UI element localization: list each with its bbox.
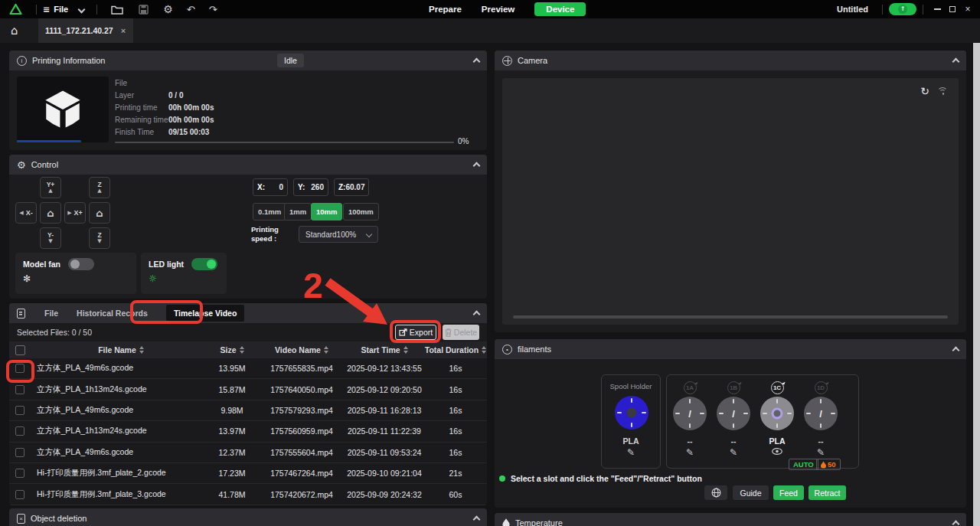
close-button[interactable]: × bbox=[960, 2, 975, 17]
file-menu[interactable]: ≡ File bbox=[43, 5, 68, 14]
select-all-checkbox[interactable] bbox=[15, 345, 25, 355]
table-row[interactable]: Hi-打印质量用例.3mf_plate_2.gcode17.23M 175746… bbox=[9, 463, 487, 484]
mode-device[interactable]: Device bbox=[534, 2, 586, 16]
jog-home-z-button[interactable]: ⌂ bbox=[89, 202, 110, 224]
filament-slot-1d[interactable]: 1D / -- ✎ bbox=[801, 375, 841, 468]
minimize-button[interactable] bbox=[929, 2, 945, 17]
edit-pencil-icon[interactable]: ✎ bbox=[714, 448, 753, 457]
table-row[interactable]: Hi-打印质量用例.3mf_plate_3.gcode41.78M 175742… bbox=[9, 484, 487, 505]
table-row[interactable]: 立方体_PLA_49m6s.gcode13.95M 1757655835.mp4… bbox=[9, 358, 487, 379]
jog-y-minus-button[interactable]: Y-▼ bbox=[40, 227, 61, 249]
slot-material: -- bbox=[801, 436, 841, 446]
z-position-input[interactable]: Z:60.07 bbox=[334, 178, 369, 196]
redo-icon[interactable]: ↷ bbox=[209, 5, 217, 15]
column-total-duration[interactable]: Total Duration bbox=[424, 345, 487, 354]
collapse-chevron-icon[interactable] bbox=[473, 162, 481, 170]
camera-viewport: ↻ bbox=[502, 78, 959, 325]
step-100mm-button[interactable]: 100mm bbox=[343, 203, 379, 221]
field-value: 00h 00m 00s bbox=[168, 103, 214, 112]
field-value: 0 / 0 bbox=[168, 91, 183, 100]
collapse-chevron-icon[interactable] bbox=[952, 521, 960, 526]
led-light-toggle[interactable] bbox=[191, 258, 217, 270]
table-row[interactable]: 立方体_PLA_1h13m24s.gcode15.87M 1757640050.… bbox=[9, 379, 487, 400]
filament-slot-1c[interactable]: 1C PLA bbox=[757, 375, 797, 468]
mode-preview[interactable]: Preview bbox=[482, 5, 514, 14]
row-checkbox[interactable] bbox=[15, 448, 24, 457]
y-position-input[interactable]: Y:260 bbox=[293, 178, 328, 196]
column-video-name[interactable]: Video Name bbox=[259, 345, 345, 354]
collapse-chevron-icon[interactable] bbox=[473, 311, 481, 319]
mode-prepare[interactable]: Prepare bbox=[429, 5, 462, 14]
spool-holder-spool[interactable] bbox=[615, 396, 648, 430]
app-logo bbox=[9, 3, 22, 15]
table-row[interactable]: 立方体_PLA_1h13m24s.gcode13.97M 1757560959.… bbox=[9, 421, 487, 442]
column-size[interactable]: Size bbox=[205, 345, 259, 354]
tab-timelapse-video[interactable]: Timelapse Video bbox=[166, 305, 244, 322]
row-checkbox[interactable] bbox=[15, 490, 24, 499]
collapse-chevron-icon[interactable] bbox=[952, 347, 960, 354]
row-checkbox[interactable] bbox=[15, 426, 24, 436]
jog-home-xy-button[interactable]: ⌂ bbox=[40, 202, 61, 224]
row-checkbox[interactable] bbox=[15, 364, 24, 373]
save-icon[interactable] bbox=[139, 5, 149, 15]
sort-icon bbox=[482, 346, 486, 354]
collapse-chevron-icon[interactable] bbox=[473, 58, 481, 66]
tab-close-icon[interactable]: × bbox=[121, 26, 126, 35]
step-0.1mm-button[interactable]: 0.1mm bbox=[253, 203, 286, 221]
column-start-time[interactable]: Start Time bbox=[345, 345, 424, 354]
edit-pencil-icon[interactable]: ✎ bbox=[670, 448, 710, 457]
step-10mm-button[interactable]: 10mm bbox=[311, 203, 342, 221]
x-position-input[interactable]: X:0 bbox=[253, 178, 288, 196]
retract-button[interactable]: Retract bbox=[808, 485, 846, 500]
slot-hint-text: Select a slot and click the "Feed"/"Retr… bbox=[511, 474, 702, 483]
device-tab[interactable]: 1111_172.21.40.27 × bbox=[38, 18, 133, 43]
edit-pencil-icon[interactable]: ✎ bbox=[801, 448, 841, 457]
jog-x-minus-button[interactable]: ◀X- bbox=[15, 202, 37, 224]
column-file-name[interactable]: File Name bbox=[37, 345, 205, 354]
page-scrollbar[interactable] bbox=[973, 43, 980, 526]
printing-speed-dropdown[interactable]: Standard100% bbox=[299, 226, 378, 243]
jog-z-down-button[interactable]: Z▼ bbox=[89, 227, 110, 249]
guide-button[interactable]: Guide bbox=[733, 485, 769, 500]
table-row[interactable]: 立方体_PLA_49m6s.gcode9.98M 1757579293.mp42… bbox=[9, 400, 487, 421]
collapse-chevron-icon[interactable] bbox=[952, 58, 960, 66]
camera-scrollbar[interactable] bbox=[513, 315, 948, 319]
undo-icon[interactable]: ↶ bbox=[187, 5, 195, 15]
cloud-upload-button[interactable]: ↑ bbox=[889, 3, 916, 15]
network-globe-button[interactable] bbox=[704, 485, 727, 500]
field-value: 00h 00m 00s bbox=[168, 116, 214, 124]
jog-y-plus-button[interactable]: Y+▲ bbox=[40, 177, 61, 198]
spool-icon bbox=[760, 397, 794, 430]
filament-slot-1b[interactable]: 1B / -- ✎ bbox=[714, 375, 753, 468]
open-folder-icon[interactable] bbox=[111, 5, 123, 15]
export-button[interactable]: Export bbox=[395, 325, 436, 340]
settings-gear-icon[interactable]: ⚙ bbox=[163, 4, 173, 15]
jog-x-plus-button[interactable]: ▶X+ bbox=[64, 202, 86, 224]
edit-pencil-icon[interactable]: ✎ bbox=[602, 448, 660, 457]
tab-historical-records[interactable]: Historical Records bbox=[77, 309, 148, 318]
feed-button[interactable]: Feed bbox=[773, 485, 804, 500]
jog-z-up-button[interactable]: Z▲ bbox=[89, 177, 110, 198]
maximize-button[interactable] bbox=[945, 2, 960, 17]
hamburger-icon: ≡ bbox=[43, 5, 50, 14]
slot-id-badge: 1D bbox=[815, 381, 828, 394]
panel-title: Camera bbox=[518, 56, 547, 65]
tab-file[interactable]: File bbox=[44, 309, 58, 318]
refresh-icon[interactable]: ↻ bbox=[920, 86, 929, 96]
printing-information-panel: i Printing Information Idle File Layer0 … bbox=[9, 51, 487, 150]
row-checkbox[interactable] bbox=[15, 385, 24, 394]
step-1mm-button[interactable]: 1mm bbox=[284, 203, 312, 221]
row-checkbox[interactable] bbox=[15, 469, 24, 478]
row-checkbox[interactable] bbox=[15, 406, 24, 415]
filament-slot-1a[interactable]: 1A / -- ✎ bbox=[670, 375, 710, 468]
eye-icon[interactable] bbox=[757, 448, 797, 455]
home-icon[interactable]: ⌂ bbox=[11, 25, 18, 37]
trash-icon bbox=[445, 328, 452, 337]
spool-holder-card[interactable]: Spool Holder PLA ✎ bbox=[601, 374, 661, 469]
collapse-chevron-icon[interactable] bbox=[473, 516, 481, 524]
file-menu-chevron-icon[interactable] bbox=[78, 5, 86, 13]
model-fan-toggle[interactable] bbox=[68, 258, 94, 270]
table-row[interactable]: 立方体_PLA_49m6s.gcode12.37M 1757555604.mp4… bbox=[9, 443, 487, 463]
slot-material: -- bbox=[714, 436, 753, 446]
delete-button[interactable]: Delete bbox=[443, 325, 479, 340]
